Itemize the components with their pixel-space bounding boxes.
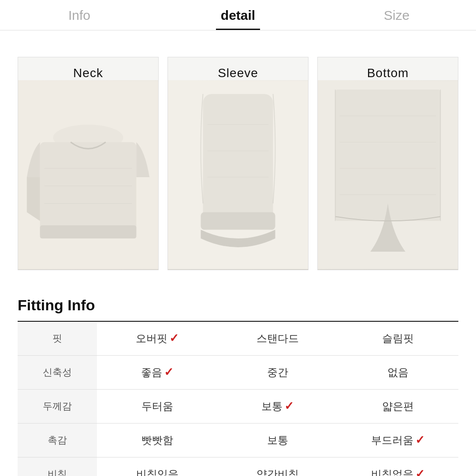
fitting-row-label: 비침 [18, 457, 97, 476]
fitting-info-section: Fitting Info 핏오버핏✓스탠다드슬림핏신축성좋음✓중간없음두께감두터… [18, 297, 458, 476]
check-icon: ✓ [415, 433, 425, 446]
fitting-row-value: 중간 [217, 356, 338, 390]
svg-rect-3 [40, 225, 137, 238]
bottom-image [318, 80, 458, 270]
tab-info[interactable]: Info [0, 8, 159, 30]
check-icon: ✓ [415, 467, 425, 476]
fitting-row-value: 오버핏✓ [97, 321, 217, 356]
fitting-row-label: 신축성 [18, 356, 97, 390]
sleeve-image [168, 80, 308, 270]
neck-card: Neck [18, 57, 159, 270]
svg-rect-9 [201, 212, 275, 230]
bottom-card: Bottom [317, 57, 458, 270]
check-icon: ✓ [164, 365, 174, 379]
neck-image [18, 80, 158, 270]
fitting-row-value: 스탠다드 [217, 321, 338, 356]
sleeve-label: Sleeve [168, 57, 308, 80]
tab-navigation: Info detail Size [0, 0, 476, 30]
fitting-row: 두께감두터움보통✓얇은편 [18, 390, 458, 424]
fitting-row-value: 비침있음 [97, 457, 217, 476]
fitting-table: 핏오버핏✓스탠다드슬림핏신축성좋음✓중간없음두께감두터움보통✓얇은편촉감빳빳함보… [18, 321, 458, 476]
tab-size[interactable]: Size [317, 8, 476, 30]
fitting-row: 핏오버핏✓스탠다드슬림핏 [18, 321, 458, 356]
bottom-label: Bottom [318, 57, 458, 80]
fitting-row-label: 두께감 [18, 390, 97, 424]
detail-images-section: Neck [18, 57, 458, 270]
fitting-row-value: 얇은편 [338, 390, 458, 424]
fitting-row-value: 빳빳함 [97, 424, 217, 457]
fitting-row-value: 슬림핏 [338, 321, 458, 356]
fitting-row: 신축성좋음✓중간없음 [18, 356, 458, 390]
fitting-row-value: 없음 [338, 356, 458, 390]
fitting-row-value: 비침없음✓ [338, 457, 458, 476]
fitting-row-value: 약간비침 [217, 457, 338, 476]
check-icon: ✓ [169, 331, 179, 345]
svg-rect-2 [40, 142, 137, 238]
fitting-row-label: 핏 [18, 321, 97, 356]
fitting-row-value: 두터움 [97, 390, 217, 424]
fitting-row-value: 좋음✓ [97, 356, 217, 390]
svg-rect-14 [335, 89, 441, 221]
sleeve-card: Sleeve [167, 57, 309, 270]
check-icon: ✓ [284, 399, 294, 413]
tab-detail[interactable]: detail [159, 8, 317, 30]
fitting-row-label: 촉감 [18, 424, 97, 457]
fitting-row: 촉감빳빳함보통부드러움✓ [18, 424, 458, 457]
fitting-row-value: 보통✓ [217, 390, 338, 424]
fitting-row: 비침비침있음약간비침비침없음✓ [18, 457, 458, 476]
neck-label: Neck [18, 57, 158, 80]
fitting-row-value: 보통 [217, 424, 338, 457]
svg-rect-8 [203, 94, 273, 225]
fitting-info-title: Fitting Info [18, 297, 458, 314]
fitting-row-value: 부드러움✓ [338, 424, 458, 457]
